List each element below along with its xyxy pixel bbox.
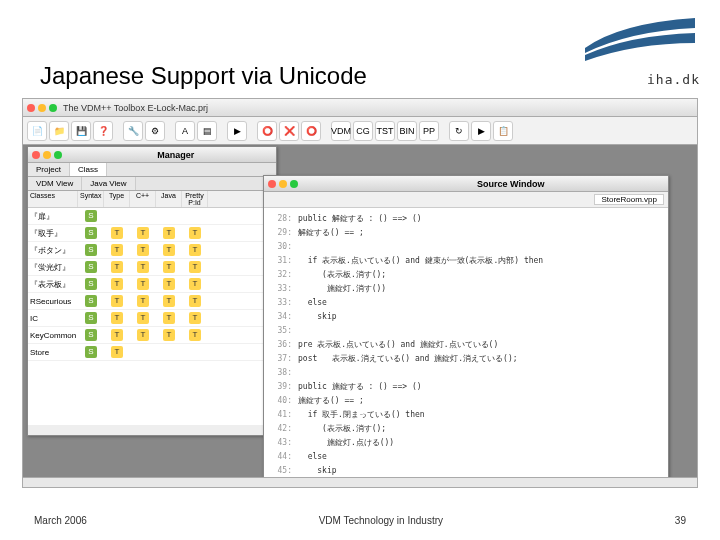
code-line: 32: (表示板.消す(); <box>270 268 662 282</box>
code-line: 33: else <box>270 296 662 310</box>
zoom-icon[interactable] <box>54 151 62 159</box>
manager-window: Manager ProjectClass VDM ViewJava View C… <box>27 146 277 436</box>
minimize-icon[interactable] <box>38 104 46 112</box>
table-row[interactable]: 『蛍光灯』STTTT <box>28 259 276 276</box>
toolbar-button[interactable]: BIN <box>397 121 417 141</box>
toolbar-button[interactable]: ❌ <box>279 121 299 141</box>
code-line: 43: 施錠灯.点ける()) <box>270 436 662 450</box>
slide-footer: March 2006 VDM Technology in Industry 39 <box>0 515 720 526</box>
code-line: 28:public 解錠する : () ==> () <box>270 212 662 226</box>
minimize-icon[interactable] <box>43 151 51 159</box>
minimize-icon[interactable] <box>279 180 287 188</box>
tab-class[interactable]: Class <box>70 163 107 176</box>
code-line: 45: skip <box>270 464 662 478</box>
table-row[interactable]: 『取手』STTTT <box>28 225 276 242</box>
source-code-area[interactable]: 28:public 解錠する : () ==> ()29:解錠する() == ;… <box>264 208 668 478</box>
table-row[interactable]: ICSTTTT <box>28 310 276 327</box>
toolbar-button[interactable]: ⭕ <box>257 121 277 141</box>
toolbar-button[interactable]: VDM <box>331 121 351 141</box>
toolbar-button[interactable]: CG <box>353 121 373 141</box>
code-line: 38: <box>270 366 662 380</box>
manager-rows: 『扉』S『取手』STTTT『ボタン』STTTT『蛍光灯』STTTT『表示板』ST… <box>28 208 276 361</box>
close-icon[interactable] <box>268 180 276 188</box>
manager-tabs-row1: ProjectClass <box>28 163 276 177</box>
tab-project[interactable]: Project <box>28 163 70 176</box>
footer-page: 39 <box>675 515 686 526</box>
code-line: 36:pre 表示板.点いている() and 施錠灯.点いている() <box>270 338 662 352</box>
toolbar-button[interactable]: PP <box>419 121 439 141</box>
zoom-icon[interactable] <box>290 180 298 188</box>
zoom-icon[interactable] <box>49 104 57 112</box>
main-toolbar: 📄📁💾❓🔧⚙A▤▶⭕❌⭕VDMCGTSTBINPP↻▶📋 <box>23 117 697 145</box>
code-line: 30: <box>270 240 662 254</box>
toolbar-button[interactable]: ⚙ <box>145 121 165 141</box>
column-header[interactable]: C++ <box>130 191 156 207</box>
code-line: 41: if 取手.閉まっている() then <box>270 408 662 422</box>
close-icon[interactable] <box>27 104 35 112</box>
manager-tabs-row2: VDM ViewJava View <box>28 177 276 191</box>
app-window: The VDM++ Toolbox E-Lock-Mac.prj 📄📁💾❓🔧⚙A… <box>22 98 698 488</box>
app-title: The VDM++ Toolbox E-Lock-Mac.prj <box>63 103 208 113</box>
table-row[interactable]: RSecuriousSTTTT <box>28 293 276 310</box>
manager-title: Manager <box>157 150 194 160</box>
toolbar-button[interactable]: 💾 <box>71 121 91 141</box>
column-header[interactable]: Syntax <box>78 191 104 207</box>
table-row[interactable]: 『ボタン』STTTT <box>28 242 276 259</box>
footer-center: VDM Technology in Industry <box>319 515 443 526</box>
code-line: 37:post 表示板.消えている() and 施錠灯.消えている(); <box>270 352 662 366</box>
close-icon[interactable] <box>32 151 40 159</box>
code-line: 42: (表示板.消す(); <box>270 422 662 436</box>
slide-title: Japanese Support via Unicode <box>40 62 367 90</box>
manager-column-headers: ClassesSyntaxTypeC++JavaPretty P:Id <box>28 191 276 208</box>
toolbar-button[interactable]: ▤ <box>197 121 217 141</box>
code-line: 44: else <box>270 450 662 464</box>
code-line: 29:解錠する() == ; <box>270 226 662 240</box>
toolbar-button[interactable]: 📁 <box>49 121 69 141</box>
column-header[interactable]: Type <box>104 191 130 207</box>
code-line: 34: skip <box>270 310 662 324</box>
brand-text: iha.dk <box>580 72 700 87</box>
toolbar-button[interactable]: ▶ <box>227 121 247 141</box>
source-toolbar: StoreRoom.vpp <box>264 192 668 208</box>
source-titlebar[interactable]: Source Window <box>264 176 668 192</box>
table-row[interactable]: StoreST <box>28 344 276 361</box>
status-panel <box>23 477 697 487</box>
toolbar-button[interactable]: 📄 <box>27 121 47 141</box>
table-row[interactable]: 『扉』S <box>28 208 276 225</box>
source-filename[interactable]: StoreRoom.vpp <box>594 194 664 205</box>
column-header[interactable]: Java <box>156 191 182 207</box>
code-line: 35: <box>270 324 662 338</box>
manager-titlebar[interactable]: Manager <box>28 147 276 163</box>
source-title: Source Window <box>477 179 544 189</box>
toolbar-button[interactable]: ▶ <box>471 121 491 141</box>
code-line: 31: if 表示板.点いている() and 鍵束が一致(表示板.内部) the… <box>270 254 662 268</box>
toolbar-button[interactable]: A <box>175 121 195 141</box>
code-line: 33: 施錠灯.消す()) <box>270 282 662 296</box>
toolbar-button[interactable]: ❓ <box>93 121 113 141</box>
column-header[interactable]: Classes <box>28 191 78 207</box>
toolbar-button[interactable]: ↻ <box>449 121 469 141</box>
column-header[interactable]: Pretty P:Id <box>182 191 208 207</box>
source-window: Source Window StoreRoom.vpp 28:public 解錠… <box>263 175 669 479</box>
window-controls[interactable] <box>27 104 57 112</box>
table-row[interactable]: 『表示板』STTTT <box>28 276 276 293</box>
toolbar-button[interactable]: TST <box>375 121 395 141</box>
app-titlebar[interactable]: The VDM++ Toolbox E-Lock-Mac.prj <box>23 99 697 117</box>
tab-java-view[interactable]: Java View <box>82 177 135 190</box>
brand-logo: iha.dk <box>580 8 700 78</box>
toolbar-button[interactable]: ⭕ <box>301 121 321 141</box>
footer-date: March 2006 <box>34 515 87 526</box>
table-row[interactable]: KeyCommonSTTTT <box>28 327 276 344</box>
code-line: 40:施錠する() == ; <box>270 394 662 408</box>
tab-vdm-view[interactable]: VDM View <box>28 177 82 190</box>
toolbar-button[interactable]: 📋 <box>493 121 513 141</box>
code-line: 39:public 施錠する : () ==> () <box>270 380 662 394</box>
toolbar-button[interactable]: 🔧 <box>123 121 143 141</box>
